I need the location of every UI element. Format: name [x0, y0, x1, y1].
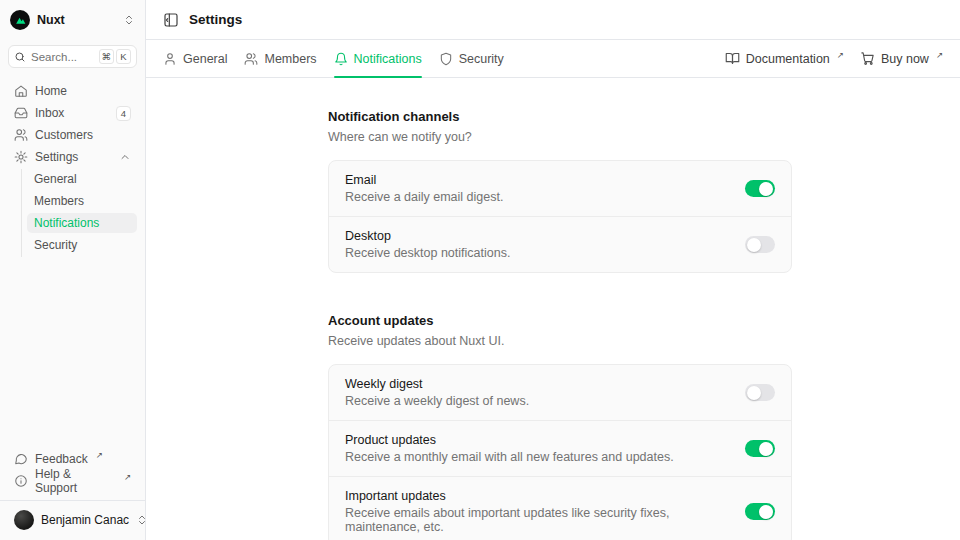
users-icon [14, 128, 28, 142]
chat-bubble-icon [14, 452, 28, 466]
tab-members[interactable]: Members [244, 40, 316, 77]
email-toggle[interactable] [745, 180, 775, 197]
nuxt-logo-icon [10, 10, 30, 30]
important-updates-toggle[interactable] [745, 503, 775, 520]
sidebar-footer: Feedback↗ Help & Support↗ Benjamin Canac [8, 449, 137, 532]
setting-row-important-updates: Important updates Receive emails about i… [329, 477, 791, 540]
setting-row-weekly-digest: Weekly digest Receive a weekly digest of… [329, 365, 791, 421]
sidebar-item-security[interactable]: Security [27, 235, 137, 255]
weekly-digest-toggle[interactable] [745, 384, 775, 401]
sidebar-nav: Home Inbox 4 Customers Settings [8, 81, 137, 257]
sidebar-item-label: Customers [35, 128, 93, 142]
sidebar-item-members[interactable]: Members [27, 191, 137, 211]
user-name: Benjamin Canac [41, 513, 129, 527]
setting-row-product-updates: Product updates Receive a monthly email … [329, 421, 791, 477]
sidebar-item-home[interactable]: Home [8, 81, 137, 101]
sidebar: Nuxt Search... ⌘ K Home [0, 0, 146, 540]
section-subtitle: Where can we notify you? [328, 130, 792, 144]
setting-text: Product updates Receive a monthly email … [345, 433, 674, 464]
toggle-knob [747, 238, 761, 252]
cart-icon [860, 51, 875, 66]
sidebar-divider [0, 500, 145, 501]
setting-text: Important updates Receive emails about i… [345, 489, 729, 534]
setting-description: Receive emails about important updates l… [345, 506, 729, 534]
tab-label: Security [459, 52, 504, 66]
setting-label: Product updates [345, 433, 674, 447]
app-shell: Nuxt Search... ⌘ K Home [0, 0, 960, 540]
setting-text: Email Receive a daily email digest. [345, 173, 503, 204]
sidebar-item-label: Home [35, 84, 67, 98]
workspace-switcher[interactable]: Nuxt [8, 8, 137, 32]
sidebar-item-feedback[interactable]: Feedback↗ [8, 449, 137, 469]
sidebar-item-label: Inbox [35, 106, 64, 120]
user-icon [163, 52, 177, 66]
sidebar-item-label: Feedback [35, 452, 88, 466]
tab-notifications[interactable]: Notifications [334, 40, 422, 77]
setting-label: Weekly digest [345, 377, 529, 391]
desktop-toggle[interactable] [745, 236, 775, 253]
documentation-link[interactable]: Documentation↗ [725, 51, 844, 66]
user-menu[interactable]: Benjamin Canac [8, 508, 137, 532]
main-area: Settings General Members Notifications [146, 0, 960, 540]
info-icon [14, 474, 28, 488]
setting-description: Receive a monthly email with all new fea… [345, 450, 674, 464]
buy-now-link[interactable]: Buy now↗ [860, 51, 943, 66]
setting-row-desktop: Desktop Receive desktop notifications. [329, 217, 791, 272]
gear-icon [14, 150, 28, 164]
users-icon [244, 52, 258, 66]
sidebar-item-help-support[interactable]: Help & Support↗ [8, 471, 137, 491]
setting-row-email: Email Receive a daily email digest. [329, 161, 791, 217]
tab-label: General [183, 52, 227, 66]
setting-label: Important updates [345, 489, 729, 503]
section-notification-channels: Notification channels Where can we notif… [328, 109, 792, 273]
sidebar-item-general[interactable]: General [27, 169, 137, 189]
chevron-up-icon [119, 151, 131, 163]
tab-general[interactable]: General [163, 40, 227, 77]
sidebar-item-label: General [34, 172, 77, 186]
external-link-icon: ↗ [124, 472, 131, 482]
external-link-icon: ↗ [837, 50, 844, 60]
setting-label: Desktop [345, 229, 510, 243]
section-account-updates: Account updates Receive updates about Nu… [328, 313, 792, 540]
section-title: Notification channels [328, 109, 792, 124]
account-updates-card: Weekly digest Receive a weekly digest of… [328, 364, 792, 540]
tab-label: Notifications [354, 52, 422, 66]
tab-security[interactable]: Security [439, 40, 504, 77]
kbd-cmd: ⌘ [99, 49, 115, 64]
sidebar-collapse-icon[interactable] [163, 12, 179, 28]
sidebar-item-settings[interactable]: Settings [8, 147, 137, 167]
search-icon [14, 51, 26, 63]
inbox-count-badge: 4 [116, 106, 131, 121]
search-input[interactable]: Search... ⌘ K [8, 45, 137, 68]
sidebar-item-label: Help & Support [35, 467, 116, 495]
external-link-icon: ↗ [96, 450, 103, 460]
section-title: Account updates [328, 313, 792, 328]
setting-label: Email [345, 173, 503, 187]
sidebar-item-label: Security [34, 238, 77, 252]
workspace-name: Nuxt [37, 13, 65, 27]
tab-label: Members [264, 52, 316, 66]
setting-description: Receive a daily email digest. [345, 190, 503, 204]
setting-description: Receive a weekly digest of news. [345, 394, 529, 408]
sidebar-item-inbox[interactable]: Inbox 4 [8, 103, 137, 123]
action-label: Buy now [881, 52, 929, 66]
section-subtitle: Receive updates about Nuxt UI. [328, 334, 792, 348]
sidebar-item-label: Settings [35, 150, 78, 164]
toggle-knob [759, 442, 773, 456]
action-label: Documentation [746, 52, 830, 66]
product-updates-toggle[interactable] [745, 440, 775, 457]
sidebar-item-notifications[interactable]: Notifications [27, 213, 137, 233]
toggle-knob [747, 386, 761, 400]
home-icon [14, 84, 28, 98]
sidebar-item-label: Members [34, 194, 84, 208]
kbd-k: K [116, 49, 131, 64]
search-shortcut: ⌘ K [99, 49, 132, 64]
tab-actions: Documentation↗ Buy now↗ [725, 40, 943, 77]
sidebar-item-customers[interactable]: Customers [8, 125, 137, 145]
book-icon [725, 51, 740, 66]
setting-text: Weekly digest Receive a weekly digest of… [345, 377, 529, 408]
page-header: Settings [146, 0, 960, 40]
inbox-icon [14, 106, 28, 120]
sidebar-item-label: Notifications [34, 216, 99, 230]
setting-description: Receive desktop notifications. [345, 246, 510, 260]
